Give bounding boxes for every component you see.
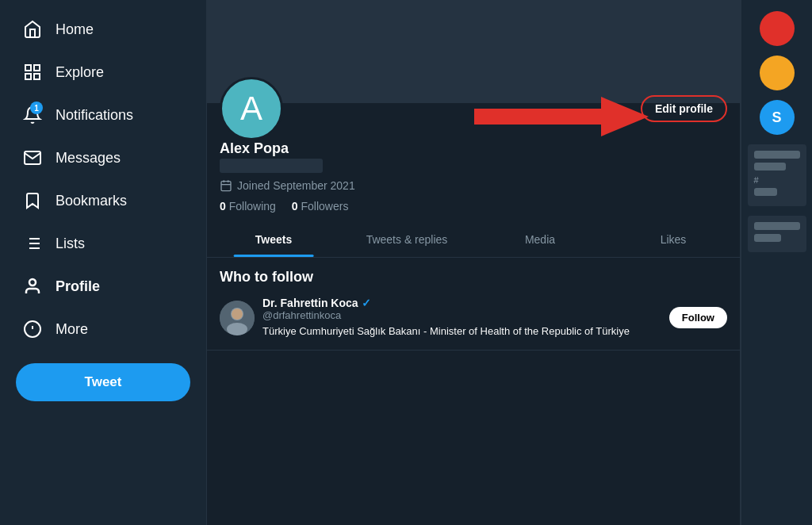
who-to-follow-section: Who to follow Dr. Fahrettin Koca ✓ @drfa… — [207, 258, 740, 351]
rt-line-1 — [754, 151, 800, 159]
sidebar-item-label: Profile — [56, 278, 100, 295]
avatar — [220, 301, 255, 335]
svg-rect-2 — [34, 74, 40, 79]
right-avatar-1 — [760, 11, 795, 46]
sidebar-item-label: Messages — [56, 150, 121, 167]
profile-name: Alex Popa — [220, 140, 727, 157]
svg-marker-14 — [474, 97, 649, 136]
more-icon — [22, 319, 43, 339]
right-text-block: # — [748, 144, 806, 206]
profile-joined: Joined September 2021 — [220, 179, 727, 192]
tab-tweets-replies[interactable]: Tweets & replies — [340, 222, 473, 257]
sidebar-item-label: Notifications — [56, 107, 133, 124]
calendar-icon — [220, 179, 232, 192]
following-label: Following — [229, 200, 276, 213]
avatar: A — [220, 77, 283, 140]
rt-line-4 — [754, 222, 800, 230]
tab-media[interactable]: Media — [473, 222, 607, 257]
followers-label: Followers — [301, 200, 349, 213]
sidebar-item-more[interactable]: More — [6, 309, 200, 349]
home-icon — [22, 19, 43, 40]
followers-count: 0 — [292, 200, 298, 213]
tab-tweets[interactable]: Tweets — [207, 222, 340, 257]
svg-point-10 — [29, 279, 36, 285]
profile-tabs: Tweets Tweets & replies Media Likes — [207, 222, 740, 258]
rt-line-3 — [754, 188, 777, 196]
edit-profile-button[interactable]: Edit profile — [641, 95, 727, 122]
verified-badge: ✓ — [362, 297, 371, 309]
follow-info: Dr. Fahrettin Koca ✓ @drfahrettinkoca Tü… — [262, 297, 661, 339]
profile-stats: 0 Following 0 Followers — [220, 200, 727, 213]
right-sidebar: S # — [741, 0, 812, 525]
sidebar-item-messages[interactable]: Messages — [6, 138, 200, 178]
sidebar-item-lists[interactable]: Lists — [6, 224, 200, 263]
follow-avatar-image — [220, 301, 255, 335]
right-text-block-2 — [748, 216, 806, 252]
svg-rect-15 — [221, 182, 231, 191]
follow-button[interactable]: Follow — [669, 307, 727, 328]
profile-right-action: Edit profile — [474, 85, 727, 132]
profile-icon — [22, 276, 43, 297]
explore-icon — [22, 62, 43, 82]
profile-handle-placeholder — [220, 159, 323, 173]
red-arrow-icon — [474, 93, 649, 140]
tweet-button[interactable]: Tweet — [16, 363, 190, 401]
followers-stat[interactable]: 0 Followers — [292, 200, 349, 213]
following-stat[interactable]: 0 Following — [220, 200, 276, 213]
sidebar-item-bookmarks[interactable]: Bookmarks — [6, 181, 200, 220]
notification-badge: 1 — [30, 102, 43, 114]
who-to-follow-title: Who to follow — [220, 269, 727, 285]
main-content: A Edit profile Alex Popa Joined Septembe… — [206, 0, 741, 525]
list-item: Dr. Fahrettin Koca ✓ @drfahrettinkoca Tü… — [220, 297, 727, 339]
rt-label: # — [754, 175, 800, 185]
svg-rect-0 — [25, 65, 31, 71]
sidebar-item-label: Bookmarks — [56, 193, 127, 209]
tab-likes[interactable]: Likes — [607, 222, 740, 257]
follow-handle: @drfahrettinkoca — [262, 309, 661, 321]
svg-rect-3 — [25, 74, 31, 79]
joined-text: Joined September 2021 — [237, 179, 355, 192]
profile-section: A Edit profile Alex Popa Joined Septembe… — [207, 103, 740, 213]
sidebar-item-profile[interactable]: Profile — [6, 266, 200, 306]
rt-line-5 — [754, 234, 782, 242]
lists-icon — [22, 233, 43, 254]
sidebar: Home Explore 1 Notifications Messages Bo… — [0, 0, 206, 525]
sidebar-item-notifications[interactable]: 1 Notifications — [6, 95, 200, 135]
messages-icon — [22, 148, 43, 168]
sidebar-item-label: Home — [56, 21, 94, 38]
right-avatar-3: S — [760, 100, 795, 135]
following-count: 0 — [220, 200, 226, 213]
svg-rect-1 — [34, 65, 40, 71]
edit-profile-wrapper: Edit profile — [474, 85, 727, 132]
sidebar-item-explore[interactable]: Explore — [6, 52, 200, 92]
right-avatar-2 — [760, 56, 795, 90]
rt-line-2 — [754, 163, 787, 171]
profile-header-row: A Edit profile — [220, 113, 727, 140]
svg-point-21 — [227, 323, 247, 335]
follow-name: Dr. Fahrettin Koca ✓ — [262, 297, 661, 309]
sidebar-item-home[interactable]: Home — [6, 10, 200, 49]
svg-point-22 — [232, 308, 243, 320]
sidebar-item-label: Explore — [56, 64, 104, 81]
sidebar-item-label: Lists — [56, 236, 85, 252]
sidebar-item-label: More — [56, 321, 88, 338]
follow-bio: Türkiye Cumhuriyeti Sağlık Bakanı - Mini… — [262, 324, 661, 339]
bookmarks-icon — [22, 190, 43, 211]
